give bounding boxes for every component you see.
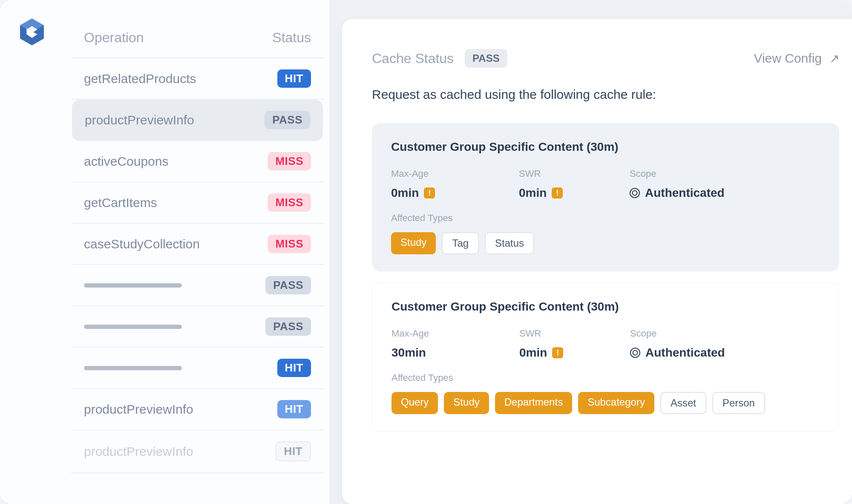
operation-placeholder bbox=[84, 366, 182, 370]
view-config-label: View Config bbox=[754, 51, 822, 66]
affected-types-label: Affected Types bbox=[391, 372, 820, 383]
operation-row[interactable]: getCartItemsMISS bbox=[71, 182, 324, 224]
content-area: Cache Status PASS View Config ↗ Request … bbox=[329, 0, 852, 504]
scope-value: Authenticated bbox=[630, 186, 725, 200]
scope-value: Authenticated bbox=[630, 346, 725, 360]
status-badge: HIT bbox=[277, 69, 311, 88]
operation-name: productPreviewInfo bbox=[84, 444, 193, 459]
cache-status-label: Cache Status bbox=[372, 51, 454, 66]
status-badge: PASS bbox=[265, 276, 311, 294]
operation-row[interactable]: productPreviewInfoHIT bbox=[71, 389, 324, 430]
max-age-value: 30min bbox=[391, 346, 519, 360]
operation-row[interactable]: caseStudyCollectionMISS bbox=[71, 224, 324, 265]
status-badge: MISS bbox=[268, 193, 311, 212]
warning-icon: ! bbox=[552, 347, 563, 358]
target-icon bbox=[630, 188, 640, 198]
scope-label: Scope bbox=[630, 168, 725, 179]
swr-value: 0min! bbox=[519, 346, 630, 360]
type-chip[interactable]: Subcategory bbox=[578, 392, 654, 414]
status-badge: HIT bbox=[277, 359, 311, 377]
app-frame: Operation Status getRelatedProductsHITpr… bbox=[0, 0, 852, 504]
type-chips: StudyTagStatus bbox=[391, 232, 820, 254]
operations-header-operation: Operation bbox=[84, 30, 144, 46]
detail-card: Cache Status PASS View Config ↗ Request … bbox=[342, 19, 852, 504]
status-badge: PASS bbox=[265, 317, 311, 336]
operation-placeholder bbox=[84, 283, 182, 288]
operation-row[interactable]: PASS bbox=[71, 265, 324, 306]
rule-grid: Max-Age0min!SWR0min!ScopeAuthenticated bbox=[391, 168, 820, 200]
type-chip[interactable]: Person bbox=[712, 392, 765, 414]
type-chip[interactable]: Asset bbox=[660, 392, 706, 414]
detail-header: Cache Status PASS View Config ↗ bbox=[372, 49, 839, 68]
operation-row[interactable]: getRelatedProductsHIT bbox=[71, 58, 324, 100]
rule-intro: Request as cached using the following ca… bbox=[372, 87, 839, 102]
status-badge: HIT bbox=[277, 400, 311, 418]
status-badge: HIT bbox=[276, 441, 311, 461]
cache-rule-card[interactable]: Customer Group Specific Content (30m)Max… bbox=[372, 282, 839, 432]
type-chip[interactable]: Tag bbox=[442, 232, 479, 254]
operation-name: getRelatedProducts bbox=[84, 72, 196, 86]
max-age-label: Max-Age bbox=[391, 168, 519, 179]
max-age-value: 0min! bbox=[391, 186, 519, 200]
cache-status-badge: PASS bbox=[465, 49, 507, 68]
app-logo bbox=[17, 17, 47, 47]
external-arrow-icon: ↗ bbox=[829, 52, 839, 66]
max-age-label: Max-Age bbox=[391, 328, 519, 339]
status-badge: MISS bbox=[268, 235, 311, 253]
swr-label: SWR bbox=[519, 328, 630, 339]
scope-label: Scope bbox=[630, 328, 725, 339]
swr-value: 0min! bbox=[519, 186, 630, 200]
operation-name: activeCoupons bbox=[84, 154, 168, 169]
operation-row[interactable]: HIT bbox=[71, 348, 324, 389]
operations-header-status: Status bbox=[272, 30, 311, 46]
status-badge: MISS bbox=[268, 152, 311, 170]
operation-row[interactable]: productPreviewInfoHIT bbox=[71, 430, 324, 473]
operation-placeholder bbox=[84, 325, 182, 329]
type-chips: QueryStudyDepartmentsSubcategoryAssetPer… bbox=[391, 392, 820, 414]
type-chip[interactable]: Status bbox=[485, 232, 534, 254]
status-badge: PASS bbox=[265, 111, 310, 129]
rule-title: Customer Group Specific Content (30m) bbox=[391, 300, 820, 314]
operation-name: productPreviewInfo bbox=[85, 113, 194, 127]
swr-label: SWR bbox=[519, 168, 630, 179]
operation-name: productPreviewInfo bbox=[84, 402, 193, 417]
operations-list: getRelatedProductsHITproductPreviewInfoP… bbox=[66, 58, 329, 473]
type-chip[interactable]: Study bbox=[444, 392, 489, 414]
type-chip[interactable]: Query bbox=[391, 392, 438, 414]
operation-row[interactable]: PASS bbox=[71, 306, 324, 348]
rule-title: Customer Group Specific Content (30m) bbox=[391, 140, 820, 154]
cache-rule-card[interactable]: Customer Group Specific Content (30m)Max… bbox=[372, 123, 839, 271]
view-config-link[interactable]: View Config ↗ bbox=[754, 51, 839, 66]
operations-header: Operation Status bbox=[71, 30, 324, 58]
type-chip[interactable]: Study bbox=[391, 232, 436, 254]
operation-row[interactable]: productPreviewInfoPASS bbox=[72, 100, 323, 141]
affected-types-label: Affected Types bbox=[391, 213, 820, 224]
warning-icon: ! bbox=[424, 187, 435, 199]
detail-header-left: Cache Status PASS bbox=[372, 49, 507, 68]
type-chip[interactable]: Departments bbox=[495, 392, 572, 414]
operation-name: getCartItems bbox=[84, 196, 157, 210]
rule-grid: Max-Age30minSWR0min!ScopeAuthenticated bbox=[391, 328, 820, 360]
operation-row[interactable]: activeCouponsMISS bbox=[71, 141, 324, 182]
warning-icon: ! bbox=[552, 187, 563, 199]
operations-panel: Operation Status getRelatedProductsHITpr… bbox=[66, 0, 329, 504]
rules-container: Customer Group Specific Content (30m)Max… bbox=[372, 123, 839, 432]
sidebar-icon-column bbox=[0, 0, 66, 504]
operation-name: caseStudyCollection bbox=[84, 237, 200, 251]
target-icon bbox=[630, 348, 640, 358]
